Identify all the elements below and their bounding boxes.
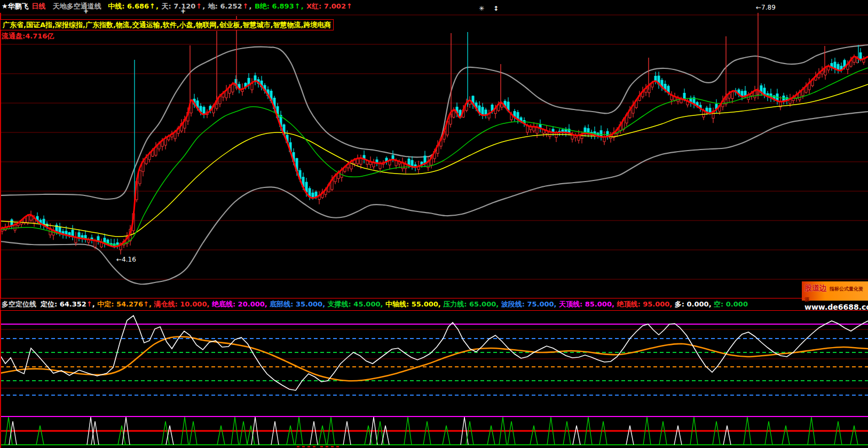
field-底部线: 底部线: 35.000 — [270, 300, 322, 308]
watermark-badge: 股道边 指标公式量化资源 www.de6688.com — [802, 281, 868, 301]
field-X红: X红: 7.002 — [306, 2, 346, 10]
concept-tags-box: 广东省,国证A指,深报综指,广东指数,物流,交通运输,软件,小盘,物联网,创业板… — [0, 19, 334, 30]
stock-app-window: { "header": { "stock_name": "★华鹏飞", "per… — [0, 0, 868, 448]
signal-marker-icon: ↕ — [493, 5, 499, 12]
arrow-up-icon: ↑ — [295, 2, 301, 10]
field-支撑线: 支撑线: 45.000 — [328, 300, 381, 308]
field-绝底线: 绝底线: 20.000 — [212, 300, 265, 308]
field-中线: 中线: 6.686 — [108, 2, 149, 10]
field-波段线: 波段线: 75.000 — [501, 300, 554, 308]
signal-marker-icon: + — [180, 7, 186, 15]
field-地: 地: 6.252 — [208, 2, 242, 10]
field-中定: 中定: 54.276 — [97, 300, 143, 308]
arrow-up-icon: ↑ — [143, 300, 149, 308]
low-price-label: ←4.16 — [116, 256, 136, 263]
signal-marker-icon: + — [83, 7, 89, 15]
field-B绝: B绝: 6.893 — [255, 2, 294, 10]
float-shares-label: 流通盘:4.716亿 — [2, 32, 54, 41]
indicator-values: 中线: 6.686↑, 天: 7.120↑, 地: 6.252↑, B绝: 6.… — [108, 2, 353, 10]
arrow-up-icon: ↑ — [243, 2, 249, 10]
arrow-up-icon: ↑ — [196, 2, 202, 10]
arrow-up-icon: ↑ — [86, 300, 92, 308]
chart-left-border — [0, 13, 1, 448]
concept-tags-text: 广东省,国证A指,深报综指,广东指数,物流,交通运输,软件,小盘,物联网,创业板… — [3, 21, 331, 29]
indicator-name: 天地多空通道线 — [53, 2, 101, 10]
field-压力线: 压力线: 65.000 — [443, 300, 496, 308]
signal-marker-icon: ✳ — [479, 5, 484, 12]
field-天顶线: 天顶线: 85.000 — [559, 300, 612, 308]
field-绝顶线: 绝顶线: 95.000 — [617, 300, 669, 308]
field-中轴线: 中轴线: 55.000 — [385, 300, 438, 308]
period-label[interactable]: 日线 — [31, 2, 45, 10]
chart-canvas[interactable] — [0, 0, 868, 448]
arrow-up-icon: ↑ — [346, 2, 352, 10]
stock-name: ★华鹏飞 — [2, 2, 29, 10]
indicator-header-bar[interactable]: ★华鹏飞 日线 天地多空通道线 中线: 6.686↑, 天: 7.120↑, 地… — [0, 0, 868, 13]
field-多: 多: 0.000 — [675, 300, 709, 308]
panel2-header-bar[interactable]: 多空定位线定位: 64.352↑, 中定: 54.276↑, 满仓线: 10.0… — [0, 298, 868, 311]
watermark-brand: 股道边 — [804, 284, 827, 292]
field-定位: 定位: 64.352 — [41, 300, 86, 308]
field-满仓线: 满仓线: 10.000 — [154, 300, 207, 308]
field-空: 空: 0.000 — [714, 300, 748, 308]
arrow-up-icon: ↑ — [149, 2, 155, 10]
high-price-label: ←7.89 — [756, 4, 776, 11]
panel2-indicator-name: 多空定位线 — [2, 300, 36, 308]
field-天: 天: 7.120 — [161, 2, 195, 10]
watermark-url: www.de6688.com — [804, 303, 868, 311]
panel2-values: 定位: 64.352↑, 中定: 54.276↑, 满仓线: 10.000, 绝… — [41, 300, 748, 308]
